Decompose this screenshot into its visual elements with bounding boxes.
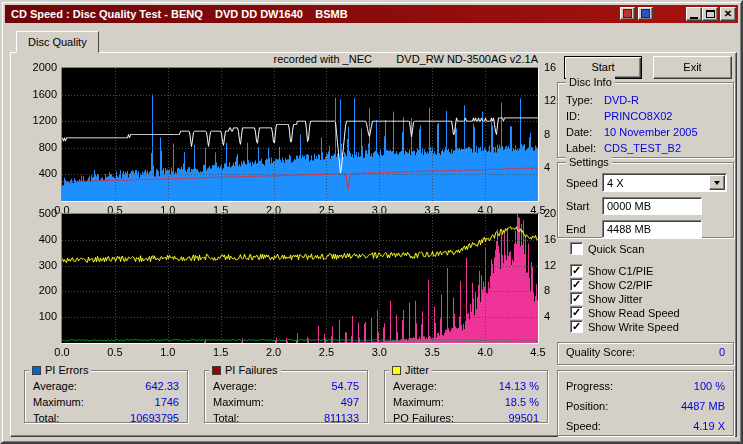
disc-type-value: DVD-R [604,94,639,107]
checkbox-label: Quick Scan [588,243,644,255]
app-window: CD Speed : Disc Quality Test - BENQ DVD … [0,0,743,444]
jitter-legend: Jitter [389,364,432,377]
speed-status-row: Speed: 4.19 X [558,420,733,433]
checkbox-box[interactable]: ✓ [570,278,583,291]
checkbox-box[interactable]: ✓ [570,306,583,319]
stat-row: Maximum: 1746 [25,396,187,409]
position-value: 4487 MB [681,400,725,413]
maximize-button[interactable] [702,7,718,21]
stat-label: Average: [393,380,437,393]
speed-status-value: 4.19 X [693,420,725,433]
quality-score-box: Quality Score: 0 [557,342,734,365]
titlebar-extra-icon-1 [623,9,632,18]
stat-label: Maximum: [33,396,84,409]
end-row: End 4488 MB [558,220,733,238]
speed-row: Speed 4 X [558,173,733,192]
end-mb-field[interactable]: 4488 MB [602,220,702,238]
position-row: Position: 4487 MB [558,400,733,413]
stat-row: PO Failures: 99501 [385,412,547,425]
pi-failures-stats-box: PI Failures Average: 54.75 Maximum: 497 … [204,370,368,423]
checkbox-show-c1-pie[interactable]: ✓ Show C1/PIE [570,264,653,277]
settings-title: Settings [566,156,612,169]
exit-button[interactable]: Exit [653,56,732,79]
checkbox-label: Show Read Speed [588,307,680,319]
titlebar-extra-button-2[interactable] [638,7,653,20]
checkbox-label: Show C1/PIE [588,265,653,277]
progress-label: Progress: [566,380,613,393]
disc-info-row-id: ID: PRINCO8X02 [558,110,733,123]
checkbox-label: Show C2/PIF [588,279,653,291]
stat-value: 99501 [508,412,539,425]
stat-row: Maximum: 18.5 % [385,396,547,409]
checkbox-box[interactable] [570,242,583,255]
checkbox-box[interactable]: ✓ [570,320,583,333]
end-label: End [566,223,602,235]
disc-date-label: Date: [566,126,604,139]
start-mb-field[interactable]: 0000 MB [602,197,702,215]
speed-dropdown-button[interactable] [709,175,725,190]
speed-value: 4 X [603,177,709,189]
quality-score-label: Quality Score: [566,346,635,359]
tab-disc-quality[interactable]: Disc Quality [16,31,99,53]
speed-status-label: Speed: [566,420,601,433]
progress-status-box: Progress: 100 % Position: 4487 MB Speed:… [557,370,734,436]
checkbox-show-write-speed[interactable]: ✓ Show Write Speed [570,320,679,333]
disc-date-value: 10 November 2005 [604,126,698,139]
stat-value: 497 [341,396,359,409]
checkbox-show-c2-pif[interactable]: ✓ Show C2/PIF [570,278,653,291]
checkbox-quick-scan[interactable]: Quick Scan [570,242,644,255]
stat-label: Total: [213,412,239,425]
start-label: Start [566,200,602,212]
position-label: Position: [566,400,608,413]
start-row: Start 0000 MB [558,197,733,215]
checkbox-show-read-speed[interactable]: ✓ Show Read Speed [570,306,680,319]
stat-value: 642.33 [145,380,179,393]
stat-value: 1746 [155,396,179,409]
disc-info-row-date: Date: 10 November 2005 [558,126,733,139]
pi-errors-chart-canvas [16,62,564,222]
stat-row: Maximum: 497 [205,396,367,409]
close-button[interactable]: ✕ [720,7,736,21]
progress-value: 100 % [694,380,725,393]
stat-value: 14.13 % [499,380,539,393]
disc-info-row-label: Label: CDS_TEST_B2 [558,142,733,155]
pi-failures-color-icon [212,366,221,375]
speed-label: Speed [566,177,602,189]
disc-info-title: Disc Info [566,76,615,89]
minimize-icon [690,17,698,19]
minimize-button[interactable] [686,7,702,21]
pi-errors-color-icon [32,366,41,375]
close-icon: ✕ [724,9,732,19]
chevron-down-icon [714,181,720,188]
disc-info-row-type: Type: DVD-R [558,94,733,107]
progress-row: Progress: 100 % [558,380,733,393]
speed-select[interactable]: 4 X [602,173,727,192]
window-title: CD Speed : Disc Quality Test - BENQ DVD … [11,8,348,20]
disc-label-value: CDS_TEST_B2 [604,142,681,155]
pi-failures-legend: PI Failures [209,364,281,377]
stat-value: 18.5 % [505,396,539,409]
pi-errors-title: PI Errors [45,364,88,377]
pif-jitter-chart-canvas [16,208,564,360]
checkbox-box[interactable]: ✓ [570,264,583,277]
stat-value: 54.75 [331,380,359,393]
disc-info-group: Disc Info Type: DVD-R ID: PRINCO8X02 Dat… [557,82,734,158]
checkbox-box[interactable]: ✓ [570,292,583,305]
stat-row: Total: 811133 [205,412,367,425]
stat-value: 811133 [324,412,359,425]
jitter-color-icon [392,366,401,375]
disc-type-label: Type: [566,94,604,107]
jitter-title: Jitter [405,364,429,377]
checkbox-show-jitter[interactable]: ✓ Show Jitter [570,292,642,305]
jitter-stats-box: Jitter Average: 14.13 % Maximum: 18.5 % … [384,370,548,423]
stat-row: Average: 642.33 [25,380,187,393]
settings-group: Settings Speed 4 X Start 0000 MB End 448… [557,162,734,238]
disc-id-label: ID: [566,110,604,123]
stat-label: Maximum: [393,396,444,409]
pi-errors-legend: PI Errors [29,364,91,377]
checkbox-label: Show Write Speed [588,321,679,333]
titlebar-extra-icon-2 [641,9,650,18]
disc-id-value: PRINCO8X02 [604,110,672,123]
titlebar-extra-button-1[interactable] [620,7,635,20]
quality-score-row: Quality Score: 0 [558,346,733,359]
